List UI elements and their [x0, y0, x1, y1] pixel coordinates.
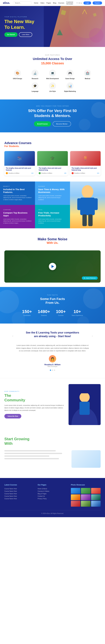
nav-courses[interactable]: Courses [58, 2, 64, 4]
play-button[interactable] [49, 263, 56, 270]
footer-col-pages: Our Pages Home & About Courses & Videos … [38, 484, 67, 507]
footer-course-3[interactable]: Course Name Here [4, 493, 34, 494]
hero-buttons: Get Started Learn More [4, 32, 34, 37]
footer-course-2[interactable]: Course Name Here [4, 490, 34, 492]
footer-photo-4[interactable] [71, 494, 80, 500]
fact-courses: 100+ Courses [56, 309, 66, 316]
facebook-icon[interactable]: f [77, 2, 77, 4]
category-lifestyle[interactable]: ✨ Life Style [45, 82, 60, 92]
footer-page-2[interactable]: Courses & Videos [38, 490, 67, 492]
course-author-3: Rosalina & William [72, 172, 85, 174]
nav-blog[interactable]: Blog [53, 2, 56, 4]
access-label: Our Features [4, 54, 101, 56]
copyright-text: © 2024 eDus. All Rights Reserved. [41, 513, 64, 514]
course-stats-1: 240 [31, 172, 33, 174]
language-icon: 🎓 [31, 82, 38, 89]
course-card-3[interactable]: 💡 The lengthy show-and-tell style post f… [70, 151, 101, 176]
youtube-icon[interactable]: y [81, 2, 82, 4]
feature-label-5: TRIAL [38, 209, 67, 210]
marketing-label: Digital Marketing [64, 90, 76, 92]
community-text: Lorem ipsum dolor sit amet, consectetur … [4, 404, 64, 412]
footer-page-1[interactable]: Home & About [38, 488, 67, 490]
course-img-icon-1: 📚 [4, 151, 35, 166]
webdev-icon: 💻 [49, 70, 56, 77]
footer-photo-5[interactable] [81, 494, 91, 500]
feature-person-image [70, 182, 105, 228]
footer-page-4[interactable]: Contact Us [38, 496, 67, 497]
dot-2[interactable] [52, 370, 53, 371]
twitter-icon[interactable]: t [78, 2, 79, 4]
instagram-icon[interactable]: in [79, 2, 80, 4]
footer-photo-1[interactable] [71, 488, 80, 494]
course-img-1: 📚 [4, 151, 35, 166]
svg-point-17 [83, 288, 104, 309]
courses-title: Advance Courses [4, 141, 101, 145]
testimonial-role: Web Developer [6, 366, 99, 367]
testimonial-next[interactable]: › [92, 335, 93, 337]
feature-card-compare: COMPARE Compare Top Business Apps Lorem … [0, 205, 35, 228]
course-meta-3: Rosalina & William 320 [72, 172, 99, 174]
feature-text-4: Lorem ipsum dolor sit amet, consectetur … [3, 218, 32, 224]
category-game[interactable]: 🎮 Game Design [63, 70, 77, 80]
category-marketing[interactable]: 📊 Digital Marketing [63, 82, 77, 92]
growing-section: Start Growing With [0, 431, 105, 478]
category-uiux[interactable]: 🎨 UI/UX Design [10, 70, 25, 80]
category-medical[interactable]: 🏥 Medical [80, 70, 95, 80]
login-button[interactable]: Login [83, 2, 91, 4]
learn-more-button[interactable]: Learn More [19, 32, 32, 37]
course-img-3: 💡 [70, 151, 101, 166]
social-links: f t in y [77, 2, 82, 4]
footer-course-5[interactable]: Course Name Here [4, 498, 34, 500]
language-label: Language [31, 90, 38, 92]
courses-subtitle: For Students. [4, 145, 101, 148]
footer-photo-9[interactable] [91, 501, 101, 507]
footer-course-4[interactable]: Course Name Here [4, 496, 34, 497]
nav-home[interactable]: Home [34, 2, 38, 4]
community-content: OUR COMMUNITY The Community Lorem ipsum … [4, 391, 64, 418]
enroll-button[interactable]: Enroll Course [34, 121, 51, 126]
dot-3[interactable] [54, 370, 55, 371]
get-started-button[interactable]: Get Started [4, 32, 17, 37]
footer: Latest Courses Course Name Here Course N… [0, 478, 105, 517]
svg-rect-8 [80, 198, 95, 215]
testimonial-title: See the E Learning Tools your competitor… [16, 331, 89, 338]
svg-point-15 [0, 290, 19, 313]
footer-photo-3[interactable] [91, 488, 101, 494]
footer-page-3[interactable]: Blog & Pages [38, 493, 67, 494]
course-card-1[interactable]: 📚 The lengthy show-and-tell style post f… [4, 151, 35, 176]
fact-number-3: 100+ [56, 309, 66, 314]
author-avatar-1 [6, 172, 8, 174]
become-mentor-button[interactable]: Become Mentor [53, 121, 71, 126]
footer-col-courses: Latest Courses Course Name Here Course N… [4, 484, 34, 507]
nav-video[interactable]: Video [40, 2, 44, 4]
testimonial-prev[interactable]: ‹ [12, 335, 13, 337]
nav-right: f t in y Login Register [77, 2, 102, 4]
category-language[interactable]: 🎓 Language [28, 82, 42, 92]
svg-point-18 [77, 316, 89, 324]
search-input[interactable] [13, 1, 32, 4]
course-body-2: The lengthy show and style post featured… [37, 166, 68, 176]
hero-title: The New Way To Learn. [4, 19, 34, 30]
feature-title-4: Compare Top Business Apps [3, 211, 32, 217]
footer-photo-8[interactable] [81, 501, 91, 507]
nav-pages[interactable]: Pages [46, 2, 51, 4]
fact-number-2: 1490+ [38, 309, 50, 314]
footer-photo-2[interactable] [81, 488, 91, 494]
feature-label-4: COMPARE [3, 209, 32, 210]
video-badge: Dr. Joyce Peterson [82, 276, 98, 280]
footer-photo-6[interactable] [91, 494, 101, 500]
footer-page-5[interactable]: Privacy Policy [38, 498, 67, 500]
category-research[interactable]: 🔬 Research [28, 70, 42, 80]
dot-1[interactable] [50, 370, 51, 371]
register-button[interactable]: Register [93, 2, 102, 4]
footer-course-1[interactable]: Course Name Here [4, 488, 34, 490]
course-card-2[interactable]: 🎓 The lengthy show and style post featur… [37, 151, 68, 176]
nav-dropdown[interactable]: Customer Semester [66, 1, 77, 5]
course-img-2: 🎓 [37, 151, 68, 166]
facts-deco-left [0, 287, 25, 324]
footer-photo-7[interactable] [71, 501, 80, 507]
svg-point-6 [79, 119, 91, 130]
subscribe-button[interactable]: Subscribe Now [4, 414, 21, 418]
category-webdev[interactable]: 💻 Web Development [45, 70, 60, 80]
fact-students: 1490+ Students [38, 309, 50, 316]
